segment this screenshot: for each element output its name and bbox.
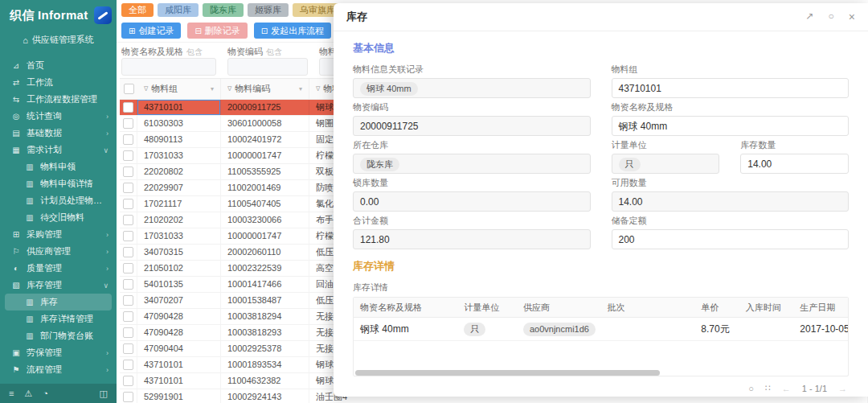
cell-material-group: 22020802	[137, 164, 221, 179]
start-outbound-flow-button[interactable]: ⊡发起出库流程	[254, 23, 331, 39]
row-checkbox[interactable]	[123, 231, 133, 241]
collapse-sidebar-icon[interactable]: ◫	[100, 389, 108, 399]
row-checkbox[interactable]	[123, 343, 133, 354]
sidebar-item-purchase[interactable]: ⊞采购管理›	[0, 226, 117, 243]
sidebar-item-material-request-detail[interactable]: ▥物料申领详情	[0, 175, 117, 192]
cell-material-group: 21050102	[137, 261, 221, 276]
sidebar-item-process[interactable]: ⚑流程管理›	[0, 361, 117, 378]
warehouse-tab[interactable]: 姬塬库	[248, 3, 289, 17]
delete-record-button[interactable]: ⊟删除记录	[187, 23, 247, 39]
sidebar-item-demand-plan[interactable]: ▦需求计划∨	[0, 142, 117, 158]
flag-icon: ⚐	[11, 247, 21, 256]
linked-record-tag: 钢球 40mm	[360, 82, 418, 96]
loading-icon[interactable]: ○	[829, 10, 834, 23]
sidebar-item-inventory-mgmt[interactable]: ▧库存管理∨	[0, 277, 117, 294]
sidebar-item-base-data[interactable]: ▤基础数据›	[0, 125, 117, 142]
row-checkbox[interactable]	[123, 263, 133, 273]
calendar-icon: ▦	[11, 146, 21, 154]
row-checkbox[interactable]	[123, 215, 133, 225]
sidebar-item-labor[interactable]: ▣劳保管理›	[0, 344, 117, 361]
material-name-input[interactable]: 钢球 40mm	[612, 116, 850, 136]
close-icon[interactable]: ×	[849, 10, 855, 23]
cell-material-code: 10001893534	[221, 357, 309, 372]
grid-icon: ▥	[25, 298, 35, 306]
subtable-row[interactable]: 钢球 40mm 只 ao0vnjncmi1d6 8.70元 2017-10-05	[354, 318, 848, 341]
row-checkbox[interactable]	[123, 102, 133, 113]
sidebar-item-quality[interactable]: ◐质量管理›	[0, 260, 117, 277]
expand-icon[interactable]: ↗	[806, 10, 814, 23]
grid-icon: ▥	[25, 162, 35, 171]
cart-icon: ⊞	[11, 230, 21, 239]
create-record-button[interactable]: ⊞创建记录	[121, 23, 181, 39]
sidebar-item-inventory[interactable]: ▥库存	[5, 294, 112, 310]
next-page-icon[interactable]: →	[838, 384, 847, 393]
row-checkbox[interactable]	[123, 134, 133, 145]
inventory-icon: ▧	[11, 281, 21, 290]
prev-page-icon[interactable]: ←	[782, 384, 791, 393]
alert-icon[interactable]: ⚠	[24, 389, 32, 399]
row-checkbox[interactable]	[123, 327, 133, 338]
sidebar-item-workflow-data[interactable]: ⇆工作流程数据管理	[0, 91, 117, 108]
row-checkbox[interactable]	[123, 279, 133, 290]
field-total-amount: 合计金额 121.80	[353, 215, 591, 249]
row-checkbox[interactable]	[123, 118, 133, 129]
filter-material-code: 物资编码包含	[227, 46, 308, 76]
material-group-input[interactable]: 43710101	[612, 78, 850, 98]
cell-material-group: 43710101	[137, 357, 221, 372]
cell-material-group: 43710101	[137, 100, 221, 115]
row-checkbox-cell	[120, 357, 137, 372]
sidebar-item-home[interactable]: ⊿首页	[0, 57, 117, 74]
sidebar-item-workflow[interactable]: ⇄工作流	[0, 74, 117, 91]
material-name-filter-input[interactable]	[121, 58, 216, 76]
row-checkbox[interactable]	[123, 150, 133, 161]
cell-material-code: 11002001469	[221, 180, 309, 195]
sidebar-item-dept-ledger[interactable]: ▥部门物资台账	[0, 327, 117, 344]
sidebar-item-supplier[interactable]: ⚐供应商管理›	[0, 243, 117, 260]
menu-icon[interactable]: ≡	[9, 389, 14, 398]
horizontal-scrollbar	[355, 370, 846, 376]
bell-icon[interactable]: ◔	[43, 389, 48, 398]
field-reserve-quota: 储备定额 200	[612, 215, 850, 249]
linked-record-input: 钢球 40mm	[353, 78, 591, 98]
row-checkbox-cell	[120, 212, 137, 228]
warehouse-tab[interactable]: 咸阳库	[158, 3, 199, 17]
subtable-header: 物资名称及规格 计量单位 供应商 批次 单价 入库时间 生产日期	[354, 298, 848, 318]
row-checkbox[interactable]	[123, 295, 133, 306]
fullscreen-icon[interactable]: ∷	[765, 383, 771, 393]
row-checkbox[interactable]	[123, 183, 133, 193]
chevron-right-icon: ›	[106, 349, 108, 357]
row-checkbox[interactable]	[123, 199, 133, 209]
scrollbar-thumb[interactable]	[355, 370, 660, 376]
sidebar-footer: ≡ ⚠ ◔ ◫	[0, 384, 117, 403]
stock-qty-input[interactable]: 14.00	[740, 154, 849, 174]
warehouse-tab[interactable]: 陇东库	[203, 3, 244, 17]
row-checkbox-cell	[120, 228, 137, 244]
field-linked-record: 物料信息关联记录 钢球 40mm	[353, 64, 591, 98]
available-qty-input: 14.00	[612, 191, 850, 212]
row-checkbox-cell	[120, 293, 137, 308]
row-checkbox[interactable]	[123, 376, 133, 386]
warehouse-tab-all[interactable]: 全部	[121, 3, 154, 17]
material-code-filter-input[interactable]	[227, 58, 308, 76]
cell-material-code: 10000001747	[221, 228, 309, 244]
sidebar-item-old-material[interactable]: ▥待交旧物料	[0, 209, 117, 226]
row-checkbox[interactable]	[123, 247, 133, 257]
labor-icon: ▣	[11, 348, 21, 357]
warehouse-tag: 陇东库	[360, 158, 399, 171]
sidebar-item-statistics[interactable]: ◎统计查询›	[0, 108, 117, 125]
sidebar-item-inventory-detail-mgmt[interactable]: ▥库存详情管理	[0, 310, 117, 327]
field-material-group: 物料组 43710101	[612, 64, 850, 98]
row-checkbox-cell	[120, 196, 137, 212]
refresh-icon[interactable]: ○	[748, 384, 754, 393]
column-header-material-code[interactable]: ∇物料编码▾	[221, 79, 309, 99]
cell-material-code: 10003818294	[221, 309, 309, 324]
row-checkbox[interactable]	[123, 167, 133, 177]
column-header-material-group[interactable]: ∇物料组▾	[137, 79, 221, 99]
row-checkbox[interactable]	[123, 392, 133, 402]
reserve-quota-input[interactable]: 200	[612, 229, 850, 249]
select-all-checkbox[interactable]	[124, 84, 134, 94]
sidebar-item-material-request[interactable]: ▥物料申领	[0, 158, 117, 175]
sidebar-item-planner-handle[interactable]: ▥计划员处理物料申领...	[0, 192, 117, 209]
row-checkbox[interactable]	[123, 311, 133, 322]
row-checkbox[interactable]	[123, 360, 133, 370]
